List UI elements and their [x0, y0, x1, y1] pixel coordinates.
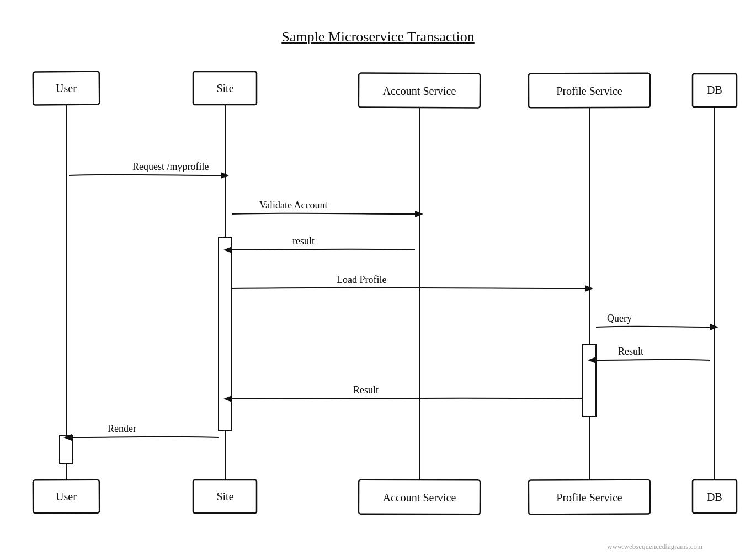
arrow-result3	[232, 398, 583, 399]
profile-activation	[583, 345, 596, 416]
db-label-top: DB	[707, 84, 722, 96]
db-label-bottom: DB	[707, 491, 722, 503]
arrow-loadprofile	[232, 288, 585, 288]
account-label-bottom: Account Service	[383, 491, 456, 504]
arrow-request	[69, 175, 221, 175]
label-result3: Result	[353, 384, 379, 395]
label-loadprofile: Load Profile	[337, 274, 386, 285]
site-label-bottom: Site	[216, 490, 233, 502]
user-label-bottom: User	[56, 490, 77, 502]
label-request: Request /myprofile	[132, 161, 209, 172]
arrow-render	[72, 437, 219, 437]
arrow-result2	[596, 360, 710, 360]
arrow-query	[596, 327, 710, 327]
sequence-diagram: Sample Microservice Transaction User Sit…	[0, 0, 756, 556]
account-label-top: Account Service	[383, 85, 456, 97]
arrow-result1	[232, 249, 415, 250]
label-result2: Result	[618, 346, 643, 357]
label-result1: result	[292, 236, 315, 247]
label-render: Render	[108, 423, 136, 434]
watermark: www.websequencediagrams.com	[607, 542, 702, 550]
label-validate: Validate Account	[259, 200, 327, 211]
label-query: Query	[607, 313, 632, 324]
diagram-title: Sample Microservice Transaction	[281, 29, 475, 45]
profile-label-bottom: Profile Service	[556, 491, 622, 504]
arrow-validate	[232, 213, 415, 214]
diagram-container: Sample Microservice Transaction User Sit…	[0, 0, 756, 556]
site-label-top: Site	[216, 82, 233, 94]
profile-label-top: Profile Service	[556, 85, 622, 97]
user-label-top: User	[56, 82, 77, 94]
